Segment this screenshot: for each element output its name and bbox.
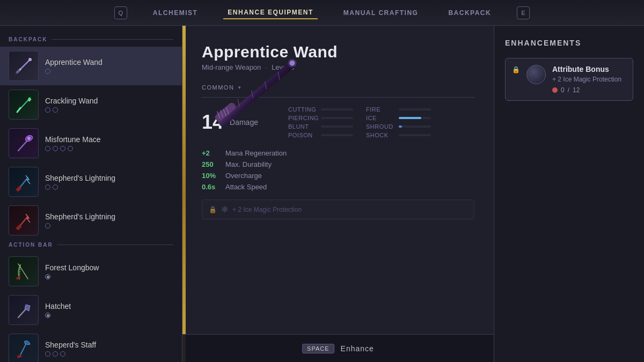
sidebar-item-hatchet[interactable]: Hatchet (0, 291, 182, 329)
sidebar-item-misfortune-mace[interactable]: Misfortune Mace (0, 124, 182, 162)
item-info-hatchet: Hatchet (45, 302, 173, 318)
durability-value: 250 (202, 160, 221, 168)
nav-manual-crafting[interactable]: MANUAL CRAFTING (339, 7, 423, 19)
sidebar-item-shepherds-staff[interactable]: Sheperd's Staff (0, 329, 182, 362)
slot-3 (68, 146, 73, 151)
ice-bar (399, 117, 431, 119)
item-icon-hatchet (9, 295, 39, 325)
enhancement-description: + 2 Ice Magic Protection (552, 76, 626, 83)
misc-stats: +2 Mana Regeneration 250 Max. Durability… (202, 149, 474, 191)
svg-point-6 (28, 98, 31, 100)
piercing-bar (321, 117, 353, 119)
item-info-crackling-wand: Crackling Wand (45, 97, 173, 113)
item-slots-shepherds-lightning-2 (45, 223, 173, 228)
item-icon-apprentice-wand (9, 51, 39, 81)
cost-orb-icon (552, 87, 558, 93)
svg-line-5 (17, 108, 20, 112)
svg-rect-19 (17, 354, 22, 358)
shroud-fill (399, 125, 402, 128)
cutting-bar (321, 108, 353, 110)
lock-icon: 🔒 (209, 206, 217, 213)
item-icon-shepherds-lightning-2 (9, 205, 39, 235)
item-icon-shepherds-staff (9, 334, 39, 362)
item-slots-shepherds-lightning-1 (45, 184, 173, 190)
item-info-shepherds-lightning-2: Shepherd's Lightning (45, 212, 173, 228)
wand-svg (188, 33, 328, 157)
shock-row: SHOCK (366, 132, 431, 138)
item-slots-forest-longbow (45, 274, 173, 279)
fire-bar (399, 108, 431, 110)
sidebar-item-shepherds-lightning-1[interactable]: Shepherd's Lightning (0, 162, 182, 201)
locked-enhancement-text: + 2 Ice Magic Protection (232, 206, 302, 213)
item-icon-crackling-wand (9, 90, 39, 120)
right-panel: ENHANCEMENTS 🔒 Attribute Bonus + 2 Ice M… (494, 26, 644, 362)
item-icon-misfortune-mace (9, 128, 39, 158)
sidebar: BACKPACK Apprentice Wand (0, 26, 182, 362)
item-name-shepherds-staff: Sheperd's Staff (45, 341, 173, 349)
q-key[interactable]: Q (114, 6, 127, 19)
fire-label: FIRE (366, 106, 396, 113)
item-name-misfortune-mace: Misfortune Mace (45, 135, 173, 144)
enhancement-lock-icon: 🔒 (512, 66, 520, 73)
svg-rect-21 (217, 60, 296, 128)
item-name-apprentice-wand: Apprentice Wand (45, 58, 173, 67)
slot-2 (60, 351, 65, 357)
enhance-bar: SPACE Enhance (182, 334, 494, 362)
nav-enhance-equipment[interactable]: ENHANCE EQUIPMENT (223, 6, 318, 19)
enhancement-name: Attribute Bonus (552, 65, 626, 73)
durability-label: Max. Durability (225, 160, 272, 168)
gold-bar (182, 26, 186, 362)
item-icon-shepherds-lightning-1 (9, 167, 39, 197)
item-info-shepherds-lightning-1: Shepherd's Lightning (45, 174, 173, 190)
item-slots-hatchet (45, 313, 173, 318)
shroud-label: SHROUD (366, 123, 396, 130)
backpack-section-label: BACKPACK (0, 34, 182, 47)
space-key[interactable]: SPACE (302, 344, 334, 353)
slot-radio-0 (45, 313, 50, 318)
sidebar-item-forest-longbow[interactable]: Forest Longbow (0, 252, 182, 291)
item-slots-misfortune-mace (45, 146, 173, 151)
slot-0 (45, 146, 50, 151)
nav-backpack[interactable]: BACKPACK (444, 7, 495, 19)
item-name-shepherds-lightning-1: Shepherd's Lightning (45, 174, 173, 182)
sidebar-item-apprentice-wand[interactable]: Apprentice Wand (0, 47, 182, 85)
ice-row: ICE (366, 115, 431, 121)
slot-1 (53, 146, 58, 151)
item-info-misfortune-mace: Misfortune Mace (45, 135, 173, 151)
enhancement-card-attribute-bonus[interactable]: 🔒 Attribute Bonus + 2 Ice Magic Protecti… (505, 58, 633, 101)
slot-2 (60, 146, 65, 151)
item-slots-shepherds-staff (45, 351, 173, 357)
slot-0 (45, 351, 50, 357)
locked-enhancement-slot: 🔒 ❄ + 2 Ice Magic Protection (202, 200, 474, 219)
enhancement-details: Attribute Bonus + 2 Ice Magic Protection… (552, 65, 626, 94)
slot-radio-0 (45, 274, 50, 279)
enhancement-cost: 0 / 12 (552, 86, 626, 94)
overcharge-label: Overcharge (225, 172, 262, 180)
fire-row: FIRE (366, 106, 431, 113)
item-name-shepherds-lightning-2: Shepherd's Lightning (45, 212, 173, 221)
action-bar-section-label: ACTION BAR (0, 240, 182, 252)
ice-label: ICE (366, 115, 396, 121)
nav-alchemist[interactable]: ALCHEMIST (149, 7, 202, 19)
slot-0 (45, 223, 50, 228)
item-name-crackling-wand: Crackling Wand (45, 97, 173, 105)
item-info-shepherds-staff: Sheperd's Staff (45, 341, 173, 357)
item-info-forest-longbow: Forest Longbow (45, 263, 173, 279)
enhance-label[interactable]: Enhance (341, 344, 374, 353)
overcharge-value: 10% (202, 172, 221, 180)
top-navigation: Q ALCHEMIST ENHANCE EQUIPMENT MANUAL CRA… (0, 0, 644, 26)
item-info-apprentice-wand: Apprentice Wand (45, 58, 173, 74)
main-layout: BACKPACK Apprentice Wand (0, 26, 644, 362)
mana-regen-value: +2 (202, 149, 221, 157)
slot-1 (53, 184, 58, 190)
item-name-hatchet: Hatchet (45, 302, 173, 311)
item-name-forest-longbow: Forest Longbow (45, 263, 173, 272)
slot-0 (45, 69, 50, 74)
e-key[interactable]: E (517, 6, 530, 19)
sidebar-item-crackling-wand[interactable]: Crackling Wand (0, 85, 182, 124)
sidebar-item-shepherds-lightning-2[interactable]: Shepherd's Lightning (0, 201, 182, 240)
slot-0 (45, 107, 50, 113)
item-slots-crackling-wand (45, 107, 173, 113)
slot-1 (53, 351, 58, 357)
blunt-bar (321, 125, 353, 128)
